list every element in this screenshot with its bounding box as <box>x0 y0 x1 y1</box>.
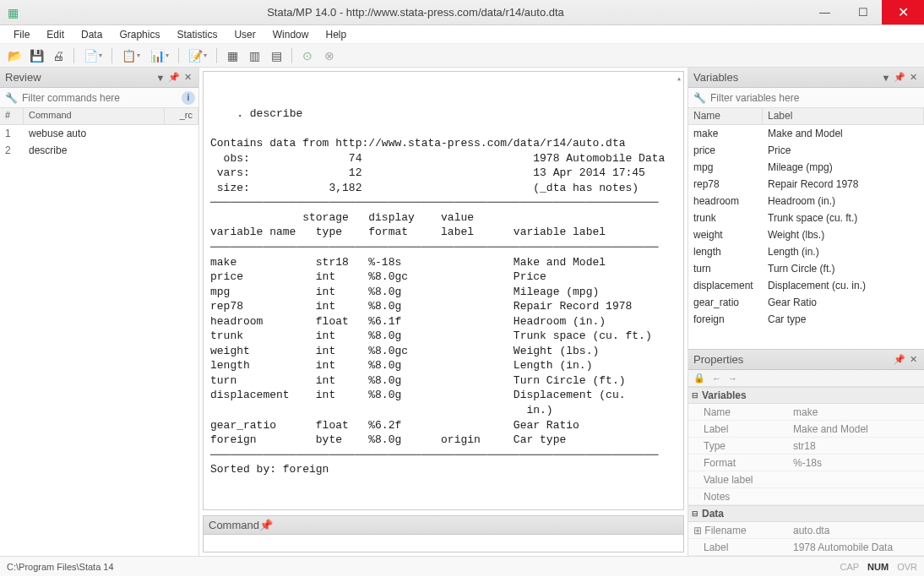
col-name[interactable]: Name <box>688 108 763 124</box>
dofile-icon[interactable]: 📝 <box>185 46 210 65</box>
prop-value: Make and Model <box>788 423 924 435</box>
close-button[interactable]: ✕ <box>882 0 924 24</box>
minimize-button[interactable]: — <box>806 0 844 24</box>
review-cmd: webuse auto <box>24 128 198 139</box>
review-row[interactable]: 2describe <box>0 142 198 159</box>
open-icon[interactable]: 📂 <box>5 46 24 65</box>
var-label: Displacement (cu. in.) <box>763 280 924 291</box>
prop-row[interactable]: Label1978 Automobile Data <box>688 539 924 556</box>
pin-icon[interactable]: 📌 <box>259 519 273 531</box>
variables-manager-icon[interactable]: ▤ <box>267 46 285 65</box>
close-panel-icon[interactable]: ✕ <box>907 72 919 83</box>
pin-icon[interactable]: 📌 <box>894 72 905 83</box>
var-label: Turn Circle (ft.) <box>763 263 924 275</box>
properties-header: Properties 📌 ✕ <box>688 350 924 370</box>
col-command[interactable]: Command <box>24 108 165 124</box>
review-row[interactable]: 1webuse auto <box>0 125 198 142</box>
prop-value: %-18s <box>788 457 924 469</box>
menu-graphics[interactable]: Graphics <box>111 27 168 42</box>
variable-row[interactable]: trunkTrunk space (cu. ft.) <box>688 210 924 226</box>
menu-file[interactable]: File <box>5 27 38 42</box>
print-icon[interactable]: 🖨 <box>49 46 68 65</box>
save-icon[interactable]: 💾 <box>27 46 46 65</box>
info-icon[interactable]: i <box>182 91 195 105</box>
variable-row[interactable]: headroomHeadroom (in.) <box>688 193 924 210</box>
prop-row[interactable]: Value label <box>688 471 924 488</box>
col-label[interactable]: Label <box>763 108 924 124</box>
clear-more-icon[interactable]: ⊙ <box>298 46 317 65</box>
variable-row[interactable]: turnTurn Circle (ft.) <box>688 260 924 277</box>
variables-filter-input[interactable] <box>707 90 921 106</box>
titlebar: ▦ Stata/MP 14.0 - http://www.stata-press… <box>0 0 924 25</box>
properties-title: Properties <box>693 353 743 366</box>
var-name: price <box>688 144 763 156</box>
next-icon[interactable]: → <box>728 373 737 384</box>
graph-icon[interactable]: 📊 <box>147 46 172 65</box>
menu-user[interactable]: User <box>226 27 264 42</box>
wrench-icon[interactable]: 🔧 <box>692 92 707 104</box>
data-browser-icon[interactable]: ▥ <box>245 46 264 65</box>
break-icon[interactable]: ⊗ <box>320 46 339 65</box>
variable-row[interactable]: lengthLength (in.) <box>688 243 924 260</box>
variable-row[interactable]: pricePrice <box>688 142 924 159</box>
variable-row[interactable]: rep78Repair Record 1978 <box>688 176 924 193</box>
app-icon: ▦ <box>0 6 25 19</box>
prop-row[interactable]: Typestr18 <box>688 438 924 455</box>
prop-value: auto.dta <box>788 525 924 536</box>
var-label: Repair Record 1978 <box>763 178 924 190</box>
log-icon[interactable]: 📄 <box>80 46 106 65</box>
menu-window[interactable]: Window <box>264 27 318 42</box>
filter-toggle-icon[interactable]: ▼ <box>155 73 166 83</box>
var-label: Car type <box>763 313 924 325</box>
variable-row[interactable]: foreignCar type <box>688 311 924 328</box>
maximize-button[interactable]: ☐ <box>844 0 882 24</box>
variables-list: makeMake and ModelpricePricempgMileage (… <box>688 125 924 349</box>
review-header: Review ▼ 📌 ✕ <box>0 68 198 88</box>
prop-row[interactable]: Notes <box>688 488 924 505</box>
menu-statistics[interactable]: Statistics <box>168 27 226 42</box>
results-pane[interactable]: ▴ . describe Contains data from http://w… <box>203 71 684 510</box>
variable-row[interactable]: gear_ratioGear Ratio <box>688 294 924 311</box>
prop-label: Label <box>688 542 788 553</box>
var-name: length <box>688 246 763 258</box>
variable-row[interactable]: weightWeight (lbs.) <box>688 226 924 243</box>
review-cmd: describe <box>24 144 198 156</box>
command-header: Command 📌 <box>203 515 684 534</box>
data-editor-icon[interactable]: ▦ <box>223 46 242 65</box>
prop-row[interactable]: ⊞ Filenameauto.dta <box>688 522 924 539</box>
prop-row[interactable]: Format%-18s <box>688 455 924 471</box>
prop-group[interactable]: ⊟Data <box>688 505 924 522</box>
var-name: make <box>688 128 763 139</box>
review-filter-input[interactable] <box>19 90 182 106</box>
filter-toggle-icon[interactable]: ▼ <box>880 73 892 83</box>
command-input[interactable] <box>203 534 684 553</box>
prop-value: str18 <box>788 440 924 452</box>
prop-row[interactable]: Namemake <box>688 404 924 421</box>
col-rc[interactable]: _rc <box>165 108 198 124</box>
toggle-icon[interactable]: ⊟ <box>692 391 702 400</box>
pin-icon[interactable]: 📌 <box>894 354 905 365</box>
variable-row[interactable]: displacementDisplacement (cu. in.) <box>688 277 924 294</box>
status-path: C:\Program Files\Stata 14 <box>7 562 114 572</box>
scroll-icon[interactable]: ▴ <box>675 72 683 87</box>
prop-group[interactable]: ⊟Variables <box>688 387 924 404</box>
lock-icon[interactable]: 🔒 <box>693 373 705 384</box>
close-panel-icon[interactable]: ✕ <box>907 354 919 365</box>
var-name: mpg <box>688 161 763 173</box>
variable-row[interactable]: mpgMileage (mpg) <box>688 159 924 176</box>
review-filterbar: 🔧 i <box>0 88 198 108</box>
menu-data[interactable]: Data <box>73 27 111 42</box>
menu-edit[interactable]: Edit <box>38 27 73 42</box>
toolbar: 📂 💾 🖨 📄 📋 📊 📝 ▦ ▥ ▤ ⊙ ⊗ <box>0 44 924 68</box>
close-panel-icon[interactable]: ✕ <box>182 72 193 83</box>
col-num[interactable]: # <box>0 108 24 124</box>
pin-icon[interactable]: 📌 <box>168 72 180 83</box>
num-indicator: NUM <box>867 562 889 572</box>
wrench-icon[interactable]: 🔧 <box>3 92 19 104</box>
prop-row[interactable]: LabelMake and Model <box>688 421 924 438</box>
toggle-icon[interactable]: ⊟ <box>692 509 702 518</box>
variable-row[interactable]: makeMake and Model <box>688 125 924 142</box>
prev-icon[interactable]: ← <box>712 373 721 384</box>
menu-help[interactable]: Help <box>317 27 355 42</box>
viewer-icon[interactable]: 📋 <box>118 46 144 65</box>
